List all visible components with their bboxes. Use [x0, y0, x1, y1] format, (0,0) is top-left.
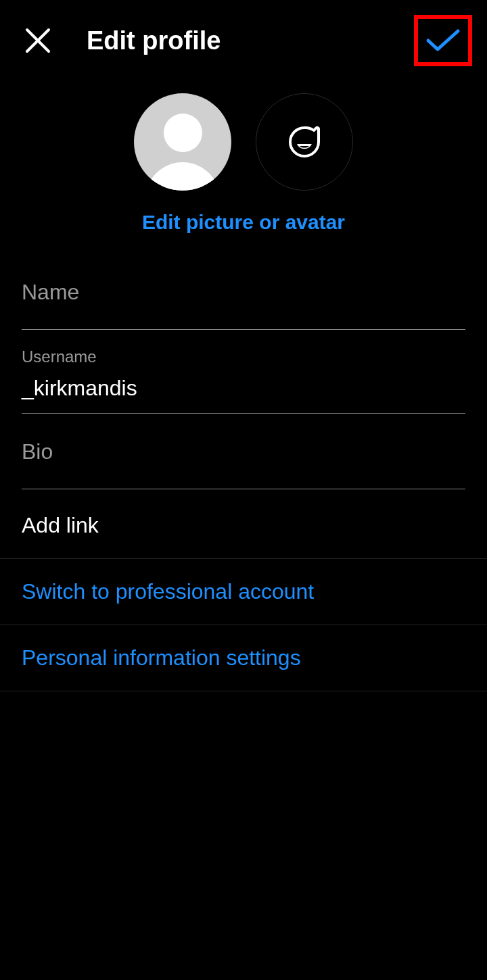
profile-picture[interactable]: [134, 93, 231, 191]
person-icon: [164, 114, 202, 152]
avatar-option[interactable]: [256, 93, 353, 191]
bio-label: Bio: [22, 427, 465, 476]
close-button[interactable]: [22, 24, 54, 57]
bio-field[interactable]: Bio: [22, 427, 465, 489]
avatar-section: [0, 74, 487, 211]
page-title: Edit profile: [87, 26, 414, 55]
personal-info-row[interactable]: Personal information settings: [0, 624, 487, 691]
form-section: Name Username _kirkmandis Bio: [0, 268, 487, 489]
header: Edit profile: [0, 0, 487, 74]
username-label: Username: [22, 343, 465, 376]
name-label: Name: [22, 268, 465, 317]
username-field[interactable]: Username _kirkmandis: [22, 343, 465, 414]
avatar-face-icon: [287, 125, 321, 159]
edit-picture-link[interactable]: Edit picture or avatar: [0, 211, 487, 268]
username-value: _kirkmandis: [22, 376, 465, 401]
confirm-button[interactable]: [414, 15, 472, 66]
close-icon: [24, 27, 51, 54]
add-link-row[interactable]: Add link: [0, 503, 487, 558]
switch-professional-row[interactable]: Switch to professional account: [0, 558, 487, 624]
name-field[interactable]: Name: [22, 268, 465, 330]
checkmark-icon: [424, 27, 462, 54]
